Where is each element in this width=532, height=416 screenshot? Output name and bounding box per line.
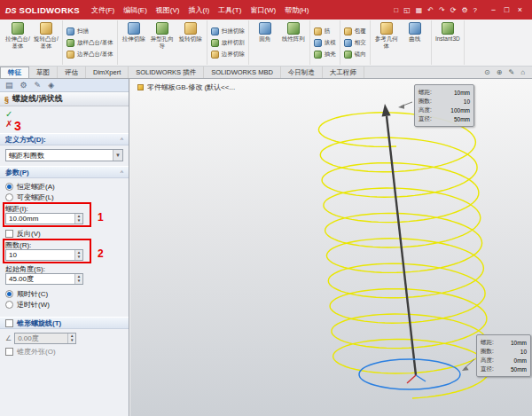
pitch-spinner[interactable]: ▲▼ [74,214,82,224]
taper-helix-checkbox[interactable] [5,319,13,327]
sweep-button[interactable]: 扫描 [65,26,90,36]
ribbon-button-label: 放样凸台/基体 [77,39,113,47]
open-icon[interactable]: ◱ [403,6,411,14]
boss-extrude-button[interactable]: 拉伸凸台/基体 [4,20,32,51]
extruded-cut-button[interactable]: 拉伸切除 [120,20,148,44]
redo-icon[interactable]: ↷ [439,6,445,14]
linear-pattern-button[interactable]: 线性阵列 [279,20,308,44]
taper-angle-spinner[interactable]: ▲▼ [67,334,75,343]
fillet-button[interactable]: 圆角 [251,20,279,44]
start-angle-spinner[interactable]: ▲▼ [74,274,82,284]
shell-button[interactable]: 抽壳 [312,49,338,59]
new-icon[interactable]: □ [394,6,398,14]
tab-DimXpert[interactable]: DimXpert [86,67,129,78]
maximize-button[interactable]: □ [500,5,513,14]
rebuild-icon[interactable]: ⟳ [450,6,457,14]
tab-今日制造[interactable]: 今日制造 [281,67,323,78]
menu-item-1[interactable]: 编辑(E) [119,0,152,20]
definition-section-header[interactable]: 定义方式(D): ^ [0,133,129,145]
ribbon-group-4: 圆角线性阵列 [249,20,310,65]
save-icon[interactable]: ▦ [416,6,423,14]
tab-SOLIDWORKS MBD[interactable]: SOLIDWORKS MBD [204,67,281,78]
zoom-icon[interactable]: ⊕ [497,68,503,76]
tab-SOLIDWORKS 插件[interactable]: SOLIDWORKS 插件 [129,67,204,78]
helix-bottom-callout[interactable]: 螺距:10mm圈数:10高度:0mm直径:50mm [476,334,531,377]
menu-item-0[interactable]: 文件(F) [87,0,119,20]
draft-button[interactable]: 拔模 [312,37,338,48]
solidworks-logo: DS SOLIDWORKS [5,5,80,15]
annotate-icon[interactable]: ✎ [508,68,514,76]
home-icon[interactable]: ⌂ [520,68,525,76]
help-icon[interactable]: ? [473,6,477,14]
variable-pitch-radio-row[interactable]: 可变螺距(L) [5,192,123,202]
clockwise-radio[interactable] [5,290,13,298]
close-button[interactable]: × [513,5,527,14]
parameters-section-header[interactable]: 参数(P) ^ [0,166,129,178]
taper-angle-input[interactable]: 0.00度 ▲▼ [14,333,76,344]
menu-item-4[interactable]: 工具(T) [214,0,246,20]
minimize-button[interactable]: − [487,5,500,14]
callout-value: 10 [464,98,470,105]
revolved-cut-button[interactable]: 旋转切除 [176,20,205,44]
ok-button[interactable]: ✓ [5,109,16,119]
boundary-boss-button[interactable]: 边界凸台/基体 [65,49,115,59]
ribbon-button-label: 扫描 [77,27,89,35]
taper-outward-checkbox[interactable] [5,348,13,356]
variable-pitch-radio[interactable] [5,193,13,201]
callout-value: 10mm [511,340,527,346]
reference-geometry-button[interactable]: 参考几何体 [372,20,401,51]
intersect-button[interactable]: 相交 [342,37,368,48]
undo-icon[interactable]: ↶ [427,6,434,14]
revolved-boss-button[interactable]: 旋转凸台/基体 [32,20,60,51]
reverse-checkbox-row[interactable]: 反向(V) [5,228,123,239]
tab-大工程师[interactable]: 大工程师 [323,67,364,78]
display-pane-tab-icon[interactable]: ◈ [48,81,54,90]
taper-outward-checkbox-row[interactable]: 锥度外张(O) [0,346,129,357]
tab-评估[interactable]: 评估 [58,67,86,78]
constant-pitch-radio-row[interactable]: 恒定螺距(A) [5,181,123,192]
loft-button[interactable]: 放样凸台/基体 [65,37,115,48]
tab-草图[interactable]: 草图 [29,67,58,78]
revolutions-spinner[interactable]: ▲▼ [74,250,82,260]
counterclockwise-radio-row[interactable]: 逆时针(W) [5,299,123,310]
helix-curve[interactable] [318,113,489,398]
instant3d-button[interactable]: Instant3D [434,20,462,44]
taper-helix-section-header[interactable]: 锥形螺旋线(T) [0,317,129,329]
panel-title-bar: § 螺旋线/涡状线 [0,92,129,106]
callout-value: 50mm [511,366,527,373]
graphics-area[interactable]: 零件螺板GB-修改 (默认<<... 螺距:10mm圈数:10高度:100mm直… [130,79,532,416]
select-icon[interactable]: ⊙ [484,68,490,76]
reverse-checkbox[interactable] [5,230,13,238]
menu-item-2[interactable]: 视图(V) [152,0,184,20]
constant-pitch-radio[interactable] [5,183,13,191]
pitch-input[interactable]: 10.00mm ▲▼ [5,213,83,224]
rib-button[interactable]: 筋 [312,26,332,36]
hole-wizard-button[interactable]: 异型孔向导 [148,20,176,51]
helix-top-callout[interactable]: 螺距:10mm圈数:10高度:100mm直径:50mm [414,84,474,127]
dimxpert-tab-icon[interactable]: ✎ [35,81,42,90]
menu-item-5[interactable]: 窗口(W) [246,0,280,20]
curves-button[interactable]: 曲线 [401,20,429,44]
counterclockwise-radio[interactable] [5,301,13,309]
callout-value: 100mm [450,107,470,114]
viewport-canvas[interactable] [130,79,532,416]
start-angle-input[interactable]: 45.00度 ▲▼ [5,273,83,285]
parameters-body: 恒定螺距(A) 可变螺距(L) 螺距(I): 10.00mm ▲▼ 1 反向(V… [0,178,129,311]
options-icon[interactable]: ⚙ [461,6,467,14]
clockwise-radio-row[interactable]: 顺时针(C) [5,288,123,299]
wrap-button[interactable]: 包覆 [342,26,368,36]
menu-item-6[interactable]: 帮助(H) [280,0,313,20]
menu-item-3[interactable]: 插入(I) [184,0,215,20]
configurations-tab-icon[interactable]: ⚙ [20,81,27,90]
swept-cut-button[interactable]: 扫描切除 [209,26,246,36]
definition-method-dropdown[interactable]: 螺距和圈数 ▼ [5,149,123,161]
propertymanager-tab-icon[interactable]: ▤ [5,81,13,90]
revolutions-input[interactable]: 10 ▲▼ [5,249,83,261]
base-circle-preview[interactable] [359,359,460,389]
axis-line[interactable] [387,116,416,375]
mirror-button[interactable]: 镜向 [342,49,368,59]
lofted-cut-button[interactable]: 放样切割 [209,37,246,48]
boundary-cut-button[interactable]: 边界切除 [209,49,246,59]
constant-pitch-label: 恒定螺距(A) [17,182,55,192]
tab-特征[interactable]: 特征 [0,67,29,78]
